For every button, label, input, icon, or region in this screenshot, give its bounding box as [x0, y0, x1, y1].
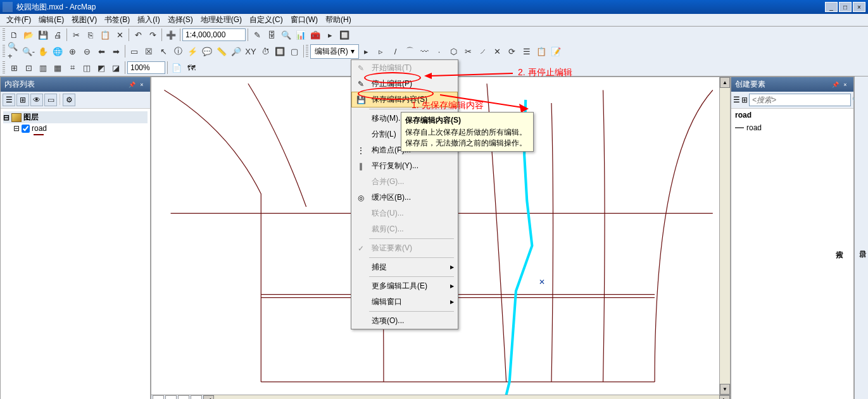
georef-icon[interactable]: ▥	[36, 61, 50, 75]
menu-help[interactable]: 帮助(H)	[322, 13, 355, 27]
next-extent-icon[interactable]: ➡	[109, 44, 123, 58]
vertical-scrollbar[interactable]: ▲ ▼	[719, 77, 730, 395]
menu-snapping[interactable]: 捕捉▶	[351, 259, 458, 275]
html-popup-icon[interactable]: 💬	[200, 44, 214, 58]
menu-validate[interactable]: ✓验证要素(V)	[351, 240, 458, 256]
select-icon[interactable]: ▭	[127, 44, 141, 58]
toolbox-icon[interactable]: 🧰	[308, 28, 322, 42]
menu-more-tools[interactable]: 更多编辑工具(E)▶	[351, 278, 458, 294]
undo-icon[interactable]: ↶	[131, 28, 145, 42]
rotate-icon[interactable]: ⟳	[505, 44, 519, 58]
modelbuilder-icon[interactable]: 🔲	[337, 28, 351, 42]
toolbar-grip[interactable]	[3, 61, 5, 74]
identify-icon[interactable]: ⓘ	[171, 44, 185, 58]
menu-geoprocessing[interactable]: 地理处理(G)	[197, 13, 246, 27]
arccatalog-icon[interactable]: 📊	[294, 28, 308, 42]
list-by-drawing-icon[interactable]: ☰	[3, 94, 15, 106]
scroll-left-icon[interactable]: ◀	[203, 395, 214, 399]
full-extent-icon[interactable]: 🌐	[51, 44, 65, 58]
data-view-icon[interactable]: 🗺	[184, 61, 198, 75]
delete-icon[interactable]: ✕	[113, 28, 127, 42]
list-by-source-icon[interactable]: ⊞	[16, 94, 29, 106]
python-icon[interactable]: ▸	[323, 28, 337, 42]
menu-union[interactable]: 联合(U)...	[351, 206, 458, 221]
pan-icon[interactable]: ✋	[36, 44, 50, 58]
edit-tool-icon[interactable]: ▸	[360, 44, 374, 58]
editor-dropdown-button[interactable]: 编辑器(R)▾	[310, 44, 359, 59]
close-button[interactable]: ×	[853, 2, 865, 12]
template-view-icon[interactable]: ☰	[733, 95, 740, 104]
paste-icon[interactable]: 📋	[98, 28, 112, 42]
scroll-up-icon[interactable]: ▲	[720, 77, 730, 88]
new-icon[interactable]: 🗋	[7, 28, 21, 42]
print-icon[interactable]: 🖨	[51, 28, 65, 42]
toolbar-grip[interactable]	[3, 45, 5, 58]
find-icon[interactable]: 🔎	[229, 44, 243, 58]
redo-icon[interactable]: ↷	[146, 28, 160, 42]
expand-icon[interactable]: ⊟	[3, 113, 9, 122]
fixed-zoom-out-icon[interactable]: ⊖	[80, 44, 94, 58]
georef-icon[interactable]: ◫	[80, 61, 94, 75]
georef-icon[interactable]: ⌗	[65, 61, 79, 75]
menu-buffer[interactable]: ◎缓冲区(B)...	[351, 190, 458, 206]
edit-vertices-icon[interactable]: ⬡	[447, 44, 461, 58]
cut-polygon-icon[interactable]: ⟋	[476, 44, 490, 58]
pause-tab[interactable]	[191, 395, 202, 399]
attributes-icon[interactable]: ☰	[520, 44, 534, 58]
select-element-icon[interactable]: ↖	[156, 44, 170, 58]
menu-select[interactable]: 选择(S)	[164, 13, 197, 27]
hyperlink-icon[interactable]: ⚡	[186, 44, 199, 58]
catalog-icon[interactable]: 🗄	[265, 28, 279, 42]
refresh-tab[interactable]	[178, 395, 189, 399]
layer-visibility-checkbox[interactable]	[22, 125, 30, 133]
arc-segment-icon[interactable]: ⌒	[403, 44, 417, 58]
copy-icon[interactable]: ⎘	[84, 28, 97, 42]
menu-stop-editing[interactable]: ✎停止编辑(P)	[351, 76, 458, 92]
search-icon[interactable]: 🔍	[279, 28, 293, 42]
time-slider-icon[interactable]: ⏱	[258, 44, 272, 58]
toc-symbol[interactable]	[3, 133, 148, 136]
organize-templates-icon[interactable]: ⊞	[741, 95, 748, 104]
edit-annotation-icon[interactable]: ▹	[374, 44, 388, 58]
toolbar-grip[interactable]	[306, 45, 308, 58]
options-icon[interactable]: ⚙	[63, 94, 75, 106]
deselect-icon[interactable]: ☒	[142, 44, 156, 58]
prev-extent-icon[interactable]: ⬅	[94, 44, 108, 58]
trace-icon[interactable]: 〰	[418, 44, 432, 58]
toc-layer[interactable]: ⊟ road	[3, 123, 148, 133]
scroll-down-icon[interactable]: ▼	[720, 384, 730, 395]
menu-customize[interactable]: 自定义(C)	[246, 13, 287, 27]
georef-icon[interactable]: ◩	[94, 61, 108, 75]
scale-input[interactable]: 1:4,000,000	[182, 28, 246, 41]
menu-view[interactable]: 视图(V)	[68, 13, 101, 27]
menu-merge[interactable]: 合并(G)...	[351, 174, 458, 190]
menu-parallel-copy[interactable]: ∥平行复制(Y)...	[351, 158, 458, 174]
split-icon[interactable]: ✕	[491, 44, 505, 58]
menu-edit[interactable]: 编辑(E)	[35, 13, 68, 27]
panel-pin-icon[interactable]: 📌	[831, 80, 840, 89]
sketch-props-icon[interactable]: 📋	[534, 44, 548, 58]
overview-icon[interactable]: ▢	[287, 44, 301, 58]
straight-segment-icon[interactable]: /	[389, 44, 403, 58]
georef-icon[interactable]: ◪	[109, 61, 123, 75]
viewer-icon[interactable]: 🔲	[273, 44, 287, 58]
menu-insert[interactable]: 插入(I)	[134, 13, 163, 27]
maximize-button[interactable]: □	[839, 2, 852, 12]
horizontal-scrollbar[interactable]: ◀ ▶	[151, 395, 730, 399]
add-data-icon[interactable]: ➕	[164, 28, 178, 42]
list-by-visibility-icon[interactable]: 👁	[30, 94, 43, 106]
menu-bookmarks[interactable]: 书签(B)	[101, 13, 134, 27]
reshape-icon[interactable]: ✂	[462, 44, 475, 58]
layout-view-tab[interactable]	[165, 395, 177, 399]
template-item[interactable]: road	[731, 121, 853, 134]
data-view-tab[interactable]	[153, 395, 164, 399]
zoom-percent[interactable]: 100%	[127, 61, 165, 74]
toolbar-grip[interactable]	[3, 28, 5, 41]
expand-icon[interactable]: ⊟	[13, 124, 20, 133]
georef-icon[interactable]: ▦	[51, 61, 65, 75]
scroll-right-icon[interactable]: ▶	[719, 395, 730, 399]
xy-icon[interactable]: XY	[244, 44, 258, 58]
menu-edit-window[interactable]: 编辑窗口▶	[351, 294, 458, 310]
georef-icon[interactable]: ⊞	[7, 61, 21, 75]
cut-icon[interactable]: ✂	[69, 28, 83, 42]
